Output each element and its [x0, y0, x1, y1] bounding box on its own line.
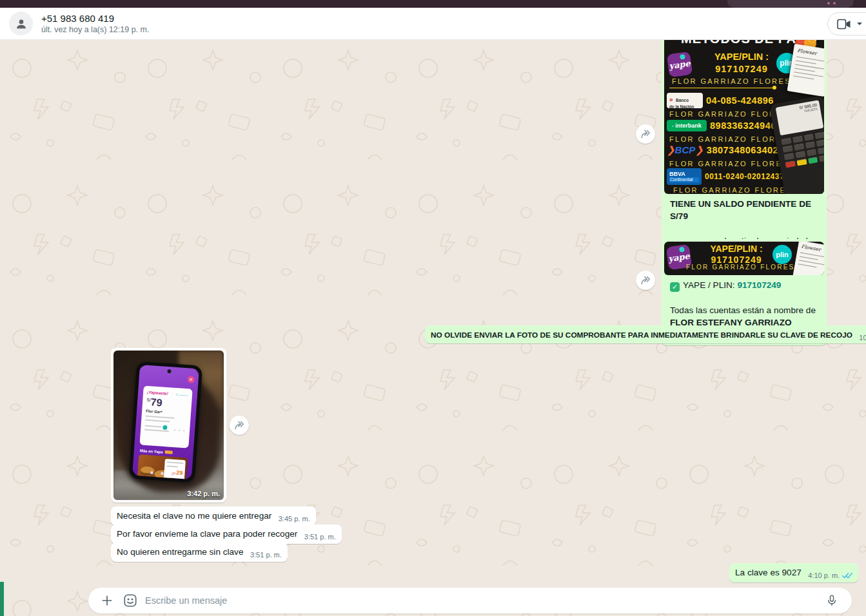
yape-logo-icon: yape [667, 52, 693, 78]
account-number: 0011-0240-0201243721 [705, 172, 793, 181]
yape-ad-label: Más en Yape [140, 448, 173, 455]
phone-number-link[interactable]: 917107249 [737, 280, 781, 290]
payment-methods-graphic: MÉTODOS DE PAGO yape YAPE/PLIN : 9171072… [664, 40, 824, 194]
banco-nacion-logo: » Banco de la Nación [667, 93, 703, 108]
photo-phone: ✕ ¡Yapeaste! < ——— S/79 Flor Gar* [129, 361, 202, 483]
bcp-logo: ❯BCP❯ [667, 144, 704, 156]
forward-icon [639, 274, 652, 287]
message-time: 10:32 a. m. [859, 334, 866, 342]
account-owner: FLOR GARRIAZO FLORES [669, 135, 789, 143]
titlebar-dot [827, 2, 830, 5]
photo-phone-screen: ✕ ¡Yapeaste! < ——— S/79 Flor Gar* [132, 365, 199, 479]
microphone-icon [825, 594, 838, 607]
photo-timestamp: 3:42 p. m. [187, 490, 220, 497]
yape-plin-number: 917107249 [703, 64, 780, 74]
bank-name: BCP [675, 144, 696, 155]
contact-last-seen: últ. vez hoy a la(s) 12:19 p. m. [41, 24, 149, 35]
message-time: 3:51 p. m. [250, 551, 282, 559]
receipt-brand: Flowser [797, 48, 824, 58]
payment-methods-image[interactable]: MÉTODOS DE PAGO yape YAPE/PLIN : 9171072… [664, 40, 824, 194]
plin-logo-icon: plin [773, 245, 792, 264]
message-reminder[interactable]: NO OLVIDE ENVIAR LA FOTO DE SU COMPROBAN… [425, 325, 866, 343]
message-text: No quieren entregarme sin clave [117, 547, 243, 557]
message-key[interactable]: La clave es 9027 4:10 p. m. [729, 563, 858, 582]
person-icon [14, 17, 28, 31]
bank-name: de la Nación [669, 104, 700, 109]
photo-image[interactable]: ✕ ¡Yapeaste! < ——— S/79 Flor Gar* [113, 351, 224, 500]
message-time: 3:51 p. m. [304, 533, 336, 541]
message-text: Necesita el clave no me quiere entregar [117, 511, 271, 521]
forward-message-button[interactable] [230, 416, 249, 435]
account-owner: FLOR GARRIAZO FLORES [673, 186, 792, 194]
bank-name: Continental [669, 177, 699, 182]
close-icon: ✕ [187, 376, 195, 383]
whatsapp-window: +51 983 680 419 últ. vez hoy a la(s) 12:… [0, 0, 866, 616]
left-edge-accent-strip [0, 582, 4, 616]
plin-logo-text: plin [776, 251, 789, 258]
plus-icon [101, 594, 113, 607]
teal-button-dot [162, 425, 167, 430]
message-incoming[interactable]: No quieren entregarme sin clave 3:51 p. … [111, 543, 288, 562]
message-incoming[interactable]: Necesita el clave no me quiere entregar … [111, 506, 316, 526]
action-icons: • • • [174, 428, 186, 432]
message-meta: 4:10 p. m. [808, 572, 852, 579]
divider [669, 88, 773, 88]
sticker-icon [123, 593, 137, 608]
contact-info[interactable]: +51 983 680 419 últ. vez hoy a la(s) 12:… [41, 13, 149, 35]
message-input[interactable] [145, 595, 822, 606]
video-call-button[interactable] [827, 12, 866, 35]
yape-plin-banner-graphic: yape YAPE/PLIN : 917107249 plin FLOR GAR… [664, 242, 824, 275]
voice-message-button[interactable] [822, 591, 841, 610]
message-time: 4:10 p. m. [808, 572, 840, 579]
account-owner: FLOR GARRIAZO FLORES [669, 160, 789, 168]
message-text: ✓YAPE / PLIN: 917107249 [670, 279, 818, 292]
yape-logo-text: yape [668, 58, 691, 70]
account-number: 04-085-424896 [706, 95, 774, 106]
message-text: NO OLVIDE ENVIAR LA FOTO DE SU COMPROBAN… [431, 331, 852, 340]
contact-avatar[interactable] [9, 12, 33, 35]
share-link: < ——— [176, 392, 189, 397]
bank-name: interbank [675, 122, 702, 129]
read-receipt-double-check-icon [841, 572, 852, 579]
window-titlebar [0, 0, 866, 8]
attach-plus-button[interactable] [97, 591, 117, 610]
chat-message-area: MÉTODOS DE PAGO yape YAPE/PLIN : 9171072… [0, 40, 866, 616]
receipt-graphic: Flowser [793, 242, 824, 275]
message-text: TIENE UN SALDO PENDIENTE DE S/79 [670, 198, 818, 222]
message-photo[interactable]: ✕ ¡Yapeaste! < ——— S/79 Flor Gar* [111, 348, 226, 503]
receipt-graphic: Flowser [787, 44, 824, 97]
titlebar-dot [833, 2, 836, 5]
message-time: 3:45 p. m. [279, 515, 310, 523]
account-number: 38073480634024 [707, 145, 784, 155]
video-camera-icon [837, 19, 851, 30]
message-incoming[interactable]: Por favor envíeme la clave para poder re… [111, 525, 342, 544]
bank-name: BBVA [669, 171, 699, 177]
sticker-emoji-button[interactable] [121, 591, 140, 610]
yape-plin-label: YAPE/PLIN : [703, 52, 780, 62]
receipt-brand: Flowser [801, 244, 824, 254]
message-text: Todas las cuentas están a nombre de [670, 304, 818, 316]
yape-plin-banner-image[interactable]: yape YAPE/PLIN : 917107249 plin FLOR GAR… [664, 242, 824, 275]
chevron-down-icon [856, 22, 863, 26]
forward-message-button[interactable] [636, 271, 655, 290]
bank-name: Banco [676, 98, 689, 102]
check-mark-emoji: ✓ [670, 282, 680, 292]
bbva-logo: BBVA Continental [667, 168, 702, 185]
forward-icon [639, 128, 652, 140]
yape-amount: S/79 [146, 396, 188, 410]
forward-message-button[interactable] [636, 124, 655, 144]
message-meta: 10:32 a. m. [859, 334, 866, 342]
forward-icon [233, 419, 246, 432]
account-number: 8983363249460 [710, 120, 782, 131]
yape-logo-text: yape [667, 251, 690, 263]
yape-plin-label: YAPE/PLIN : [698, 244, 775, 254]
account-owner: FLOR GARRIAZO FLORES [672, 77, 791, 85]
chat-header: +51 983 680 419 últ. vez hoy a la(s) 12:… [0, 8, 866, 40]
yape-receipt-card: ¡Yapeaste! < ——— S/79 Flor Gar* • • • [139, 385, 192, 448]
interbank-logo: ▫ interbank [667, 120, 707, 131]
message-text: Por favor envíeme la clave para poder re… [117, 529, 297, 539]
message-text: La clave es 9027 [735, 568, 802, 577]
contact-name: +51 983 680 419 [41, 13, 149, 24]
message-composer [88, 588, 852, 613]
account-owner: FLOR GARRIAZO FLORES [686, 264, 794, 271]
